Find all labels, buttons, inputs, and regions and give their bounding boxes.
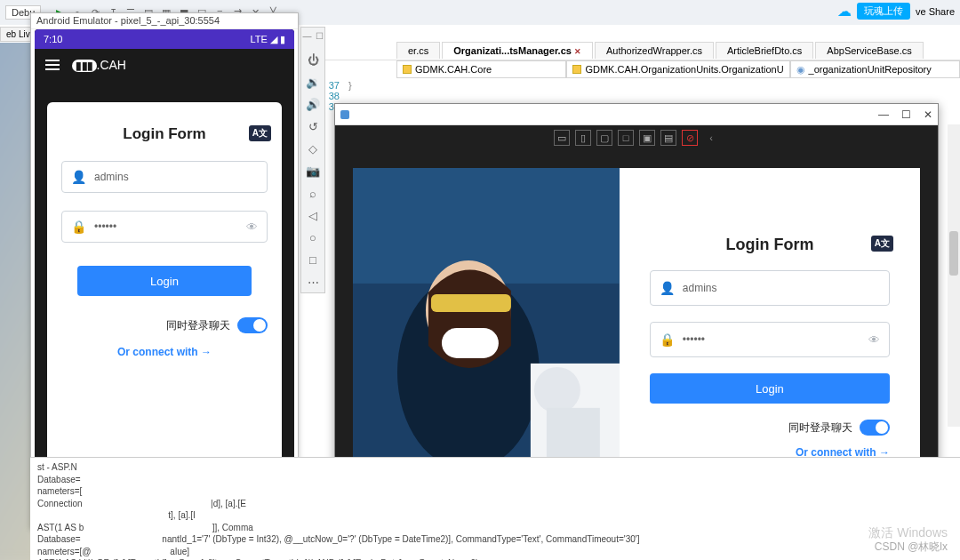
chat-label-desktop: 同时登录聊天	[788, 420, 852, 436]
responsive-toolbar: ▭ ▯ ▢ □ ▣ ▤ ⊘ ‹	[335, 125, 938, 150]
lang-badge-desktop[interactable]: A文	[871, 236, 893, 252]
hero-image	[353, 168, 620, 477]
connect-link[interactable]: Or connect with →	[61, 346, 268, 358]
nav-a[interactable]: GDMK.CAH.Core	[396, 60, 566, 78]
eye-icon[interactable]: 👁	[868, 333, 880, 347]
camera-icon[interactable]: 📷	[306, 164, 320, 178]
device-4-icon[interactable]: □	[618, 130, 634, 146]
vol-up-icon[interactable]: 🔊	[306, 98, 320, 111]
watermark: 激活 Windows CSDN @林晓lx	[868, 524, 948, 555]
username-field[interactable]: 👤admins	[61, 161, 268, 193]
login-title: Login Form	[123, 125, 205, 142]
chat-toggle[interactable]	[237, 317, 268, 333]
home-icon[interactable]: ○	[309, 231, 316, 244]
login-button[interactable]: Login	[77, 266, 252, 296]
username-field-desktop[interactable]: 👤admins	[650, 270, 890, 306]
live-share-label: ve Share	[916, 6, 955, 17]
password-field[interactable]: 🔒••••••👁	[61, 211, 268, 243]
upload-button[interactable]: 玩魂上传	[857, 3, 910, 20]
cloud-icon: ☁	[837, 3, 852, 20]
device-5-icon[interactable]: ▣	[639, 130, 655, 146]
close-icon[interactable]: ✕	[574, 47, 581, 56]
output-console[interactable]: st - ASP.N Database= nameters=[ Connecti…	[30, 457, 960, 560]
phone-status-bar: 7:10 LTE ◢ ▮	[35, 29, 294, 49]
emulator-title: Android Emulator - pixel_5_-_api_30:5554	[31, 13, 298, 29]
lock-icon: 🔒	[71, 220, 85, 234]
chat-label: 同时登录聊天	[166, 318, 230, 333]
login-button-desktop[interactable]: Login	[650, 373, 890, 404]
zoom-icon[interactable]: ⌕	[309, 187, 316, 200]
user-icon: 👤	[71, 170, 85, 184]
svg-rect-5	[431, 294, 511, 312]
menu-icon[interactable]	[45, 57, 60, 73]
device-3-icon[interactable]: ▢	[596, 130, 612, 146]
svg-rect-4	[442, 328, 499, 358]
device-1-icon[interactable]: ▭	[554, 130, 570, 146]
nav-b[interactable]: GDMK.CAH.OrganizationUnits.OrganizationU	[566, 60, 789, 78]
live-share[interactable]: ☁ 玩魂上传 ve Share	[837, 3, 955, 20]
nav-c[interactable]: ◉_organizationUnitRepository	[790, 60, 960, 78]
back-icon[interactable]: ◁	[308, 209, 317, 222]
svg-point-7	[534, 367, 580, 413]
stop-preview-icon[interactable]: ⊘	[682, 130, 698, 146]
device-6-icon[interactable]: ▤	[660, 130, 676, 146]
power-icon[interactable]: ⏻	[308, 53, 319, 67]
login-card-mobile: Login FormA文 👤admins 🔒••••••👁 Login 同时登录…	[47, 102, 282, 486]
editor-tabs: er.cs Organizati...tsManager.cs ✕ Author…	[308, 41, 960, 60]
user-icon: 👤	[660, 281, 674, 295]
tab-1[interactable]: Organizati...tsManager.cs ✕	[442, 42, 593, 59]
password-field-desktop[interactable]: 🔒••••••👁	[650, 322, 890, 357]
win-min-icon[interactable]: —	[878, 108, 889, 121]
win-close-icon[interactable]: ✕	[924, 108, 932, 121]
vol-down-icon[interactable]: 🔉	[306, 76, 320, 89]
emulator-side-controls: —☐ ⏻ 🔉 🔊 ↺ ◇ 📷 ⌕ ◁ ○ □ ⋯	[300, 27, 325, 293]
tab-4[interactable]: AbpServiceBase.cs	[815, 42, 923, 59]
lang-badge[interactable]: A文	[249, 125, 271, 141]
eye-icon[interactable]: 👁	[246, 220, 258, 234]
editor-scrollbar[interactable]	[948, 124, 960, 427]
device-2-icon[interactable]: ▯	[575, 130, 591, 146]
overview-icon[interactable]: □	[309, 253, 316, 267]
win-max-icon[interactable]: ☐	[901, 108, 911, 121]
more-icon[interactable]: ⋯	[308, 276, 319, 289]
collapse-icon[interactable]: ‹	[703, 130, 719, 146]
android-emulator-window: Android Emulator - pixel_5_-_api_30:5554…	[30, 12, 299, 530]
chat-toggle-desktop[interactable]	[860, 420, 890, 436]
lock-icon: 🔒	[660, 332, 674, 347]
tab-2[interactable]: AuthorizedWrapper.cs	[595, 42, 714, 59]
status-signal: LTE ◢ ▮	[251, 34, 285, 45]
brand-suffix: .CAH	[97, 58, 126, 72]
tab-3[interactable]: ArticleBriefDto.cs	[716, 42, 813, 59]
desktop-preview-window: — ☐ ✕ ▭ ▯ ▢ □ ▣ ▤ ⊘ ‹	[334, 103, 939, 496]
app-icon	[340, 110, 349, 119]
emu-min-icon[interactable]: —	[303, 31, 312, 41]
rotate-left-icon[interactable]: ↺	[308, 120, 318, 133]
tab-0[interactable]: er.cs	[396, 42, 440, 59]
nav-breadcrumb: GDMK.CAH.Core GDMK.CAH.OrganizationUnits…	[308, 60, 960, 78]
emu-close-icon[interactable]: ☐	[316, 31, 324, 41]
login-card-desktop: Login FormA文 👤admins 🔒••••••👁 Login 同时登录…	[620, 168, 920, 477]
login-title-desktop: Login Form	[725, 236, 813, 253]
rotate-right-icon[interactable]: ◇	[308, 142, 317, 156]
app-bar: ▮▮▮.CAH	[35, 49, 294, 81]
status-time: 7:10	[44, 34, 62, 44]
